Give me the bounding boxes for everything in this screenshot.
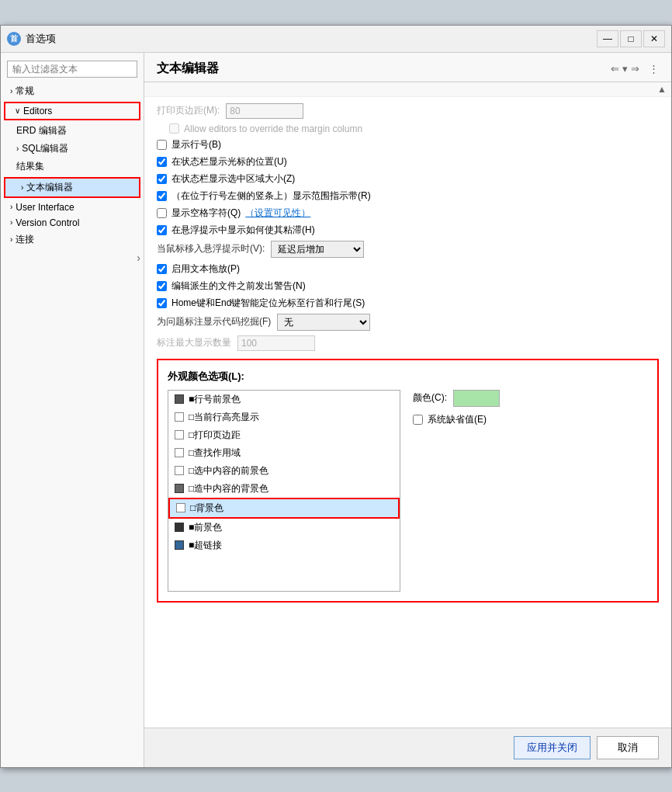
title-bar: 首 首选项 — □ ✕	[1, 26, 671, 53]
color-item-label: □造中内容的背景色	[189, 482, 268, 495]
problem-annotation-row: 为问题标注显示代码挖掘(F) 无 警告 错误	[157, 314, 659, 331]
show-space-chars-checkbox[interactable]	[157, 208, 167, 218]
show-range-indicator-row[interactable]: （在位于行号左侧的竖条上）显示范围指示带(R)	[157, 189, 659, 203]
cancel-button[interactable]: 取消	[597, 736, 659, 759]
show-sticky-hover-row[interactable]: 在悬浮提示中显示如何使其粘滞(H)	[157, 224, 659, 237]
minimize-button[interactable]: —	[597, 30, 618, 47]
system-default-checkbox[interactable]	[413, 415, 423, 425]
hover-delay-row: 当鼠标移入悬浮提示时(V): 延迟后增加 立即显示 禁用	[157, 241, 659, 258]
show-line-num-row[interactable]: 显示行号(B)	[157, 138, 659, 151]
max-markers-input	[237, 335, 315, 351]
close-button[interactable]: ✕	[643, 30, 665, 47]
smart-home-end-checkbox[interactable]	[157, 298, 167, 308]
show-range-indicator-checkbox[interactable]	[157, 191, 167, 201]
panel-title: 文本编辑器	[157, 61, 219, 77]
sidebar-item-ui[interactable]: › User Interface	[1, 200, 144, 215]
color-item-foreground[interactable]: ■前景色	[168, 519, 400, 537]
system-default-label: 系统缺省值(E)	[428, 413, 487, 426]
color-indicator	[175, 466, 184, 475]
show-selection-size-checkbox[interactable]	[157, 174, 167, 184]
color-item-current-line[interactable]: □当前行高亮显示	[168, 408, 400, 426]
smart-home-end-row[interactable]: Home键和End键智能定位光标至行首和行尾(S)	[157, 297, 659, 310]
allow-override-row: Allow editors to override the margin col…	[169, 123, 659, 134]
warn-before-save-row[interactable]: 编辑派生的文件之前发出警告(N)	[157, 280, 659, 293]
print-margin-label: 打印页边距(M):	[157, 104, 220, 117]
show-cursor-pos-label: 在状态栏显示光标的位置(U)	[171, 155, 287, 168]
collapse-icon[interactable]: ▲	[657, 84, 667, 95]
color-item-line-num-fg[interactable]: ■行号前景色	[168, 391, 400, 408]
sidebar-item-erd[interactable]: ERD 编辑器	[1, 122, 144, 140]
show-cursor-pos-checkbox[interactable]	[157, 157, 167, 167]
hover-delay-label: 当鼠标移入悬浮提示时(V):	[157, 242, 265, 255]
smart-home-end-label: Home键和End键智能定位光标至行首和行尾(S)	[171, 297, 365, 310]
enable-drag-label: 启用文本拖放(P)	[171, 262, 240, 276]
show-selection-size-row[interactable]: 在状态栏显示选中区域大小(Z)	[157, 172, 659, 186]
show-line-num-checkbox[interactable]	[157, 140, 167, 150]
show-line-num-label: 显示行号(B)	[171, 138, 221, 151]
panel-header: 文本编辑器 ⇐ ▾ ⇒ ⋮	[144, 53, 671, 82]
sidebar-item-label: 常规	[16, 85, 34, 98]
show-sticky-hover-checkbox[interactable]	[157, 225, 167, 235]
color-item-hyperlink[interactable]: ■超链接	[168, 537, 400, 554]
arrow-icon: ›	[16, 144, 19, 153]
color-indicator	[175, 448, 184, 457]
color-indicator	[175, 523, 184, 532]
sidebar-item-editors[interactable]: ∨ Editors	[4, 102, 140, 120]
window-title: 首选项	[26, 32, 56, 46]
main-panel: 文本编辑器 ⇐ ▾ ⇒ ⋮ ▲ 打印页边距(M):	[144, 53, 671, 767]
maximize-button[interactable]: □	[620, 30, 642, 47]
color-swatch[interactable]	[453, 390, 500, 407]
forward-icon[interactable]: ⇒	[631, 63, 639, 75]
system-default-row[interactable]: 系统缺省值(E)	[413, 413, 648, 426]
color-item-background[interactable]: □背景色	[168, 498, 400, 519]
scroll-top-indicator: ▲	[144, 82, 671, 97]
color-list: ■行号前景色 □当前行高亮显示 □打印页边距	[168, 390, 400, 592]
sidebar-item-texteditor[interactable]: › 文本编辑器	[4, 177, 140, 198]
filter-input[interactable]	[7, 61, 137, 78]
visibility-settings-link[interactable]: （设置可见性）	[245, 207, 310, 220]
warn-before-save-checkbox[interactable]	[157, 281, 167, 291]
color-indicator	[176, 503, 185, 512]
sidebar-scroll-bottom: ›	[1, 248, 144, 267]
sidebar-item-label: SQL编辑器	[22, 142, 68, 155]
apply-close-button[interactable]: 应用并关闭	[514, 736, 591, 759]
allow-override-label: Allow editors to override the margin col…	[184, 123, 362, 134]
sidebar-item-resultset[interactable]: 结果集	[1, 158, 144, 175]
color-item-label: □背景色	[190, 502, 223, 515]
appearance-title: 外观颜色选项(L):	[168, 370, 648, 384]
appearance-content: ■行号前景色 □当前行高亮显示 □打印页边距	[168, 390, 648, 592]
back-icon[interactable]: ⇐	[611, 63, 619, 75]
problem-select[interactable]: 无 警告 错误	[277, 314, 370, 331]
color-item-find-scope[interactable]: □查找作用域	[168, 444, 400, 462]
window-controls: — □ ✕	[597, 30, 665, 47]
print-margin-input	[226, 103, 303, 119]
panel-content: 打印页边距(M): Allow editors to override the …	[144, 97, 671, 728]
sidebar-item-vcs[interactable]: › Version Control	[1, 215, 144, 231]
more-icon[interactable]: ⋮	[649, 63, 659, 75]
content-area: › 常规 ∨ Editors ERD 编辑器 › SQL编辑器 结果集	[1, 53, 671, 767]
show-cursor-pos-row[interactable]: 在状态栏显示光标的位置(U)	[157, 155, 659, 168]
color-item-selection-fg[interactable]: □选中内容的前景色	[168, 462, 400, 480]
sidebar-item-label: User Interface	[16, 202, 74, 213]
sidebar: › 常规 ∨ Editors ERD 编辑器 › SQL编辑器 结果集	[1, 53, 144, 767]
color-item-label: □选中内容的前景色	[189, 464, 268, 478]
sidebar-item-connection[interactable]: › 连接	[1, 231, 144, 248]
sidebar-item-general[interactable]: › 常规	[1, 82, 144, 100]
show-space-chars-row[interactable]: 显示空格字符(Q) （设置可见性）	[157, 207, 659, 220]
hover-delay-select[interactable]: 延迟后增加 立即显示 禁用	[271, 241, 364, 258]
dropdown-icon[interactable]: ▾	[622, 63, 628, 75]
color-item-selection-bg[interactable]: □造中内容的背景色	[168, 480, 400, 498]
arrow-icon: ∨	[15, 106, 20, 115]
sidebar-item-sql[interactable]: › SQL编辑器	[1, 140, 144, 158]
max-markers-row: 标注最大显示数量	[157, 335, 659, 351]
enable-drag-row[interactable]: 启用文本拖放(P)	[157, 262, 659, 276]
show-selection-size-label: 在状态栏显示选中区域大小(Z)	[171, 172, 295, 186]
sidebar-item-label: 文本编辑器	[26, 181, 73, 194]
color-item-print-margin[interactable]: □打印页边距	[168, 426, 400, 444]
sidebar-item-label: Version Control	[16, 217, 79, 228]
enable-drag-checkbox[interactable]	[157, 264, 167, 274]
appearance-section: 外观颜色选项(L): ■行号前景色 □当前行	[157, 359, 659, 603]
arrow-icon: ›	[10, 203, 12, 211]
color-item-label: □查找作用域	[189, 446, 241, 460]
arrow-icon: ›	[10, 218, 12, 227]
